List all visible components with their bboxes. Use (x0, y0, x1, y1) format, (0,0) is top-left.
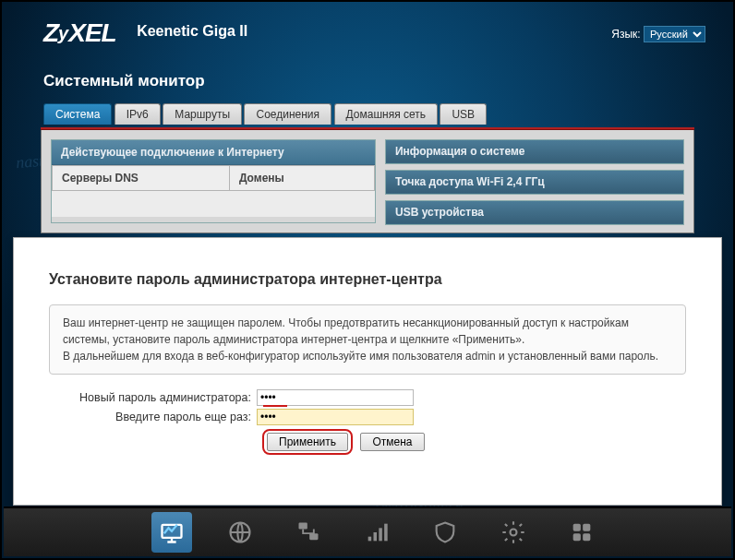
monitor-icon[interactable] (151, 512, 192, 553)
svg-rect-3 (309, 533, 318, 540)
page-title: Системный монитор (2, 55, 733, 103)
svg-rect-7 (384, 524, 388, 542)
language-select[interactable]: Русский (644, 26, 705, 42)
svg-rect-4 (368, 537, 372, 542)
dns-table: Серверы DNS Домены (52, 165, 375, 191)
panel-internet-connection: Действующее подключение к Интернету Серв… (51, 139, 376, 223)
apps-icon[interactable] (561, 512, 602, 553)
product-name: Keenetic Giga II (137, 23, 247, 39)
svg-rect-10 (583, 524, 590, 531)
repeat-password-input[interactable] (257, 409, 414, 425)
svg-point-8 (511, 530, 517, 536)
language-selector: Язык: Русский (611, 26, 705, 42)
svg-rect-9 (573, 524, 581, 531)
wifi-icon[interactable] (356, 512, 397, 553)
col-domains: Домены (229, 166, 374, 191)
modal-info: Ваш интернет-центр не защищен паролем. Ч… (49, 304, 686, 375)
new-password-input[interactable] (257, 389, 414, 406)
panel-wifi-24: Точка доступа Wi-Fi 2,4 ГГц (385, 170, 684, 195)
tab-ipv6[interactable]: IPv6 (114, 103, 161, 125)
label-repeat-password: Введите пароль еще раз: (49, 411, 257, 423)
tab-routes[interactable]: Маршруты (163, 103, 242, 125)
content-panels: Действующее подключение к Интернету Серв… (41, 130, 694, 233)
apply-button[interactable]: Применить (267, 433, 348, 451)
brand-logo: ZyXEL (43, 18, 116, 48)
tab-home-network[interactable]: Домашняя сеть (334, 103, 438, 125)
svg-rect-6 (379, 528, 382, 541)
label-new-password: Новый пароль администратора: (49, 391, 257, 404)
tab-connections[interactable]: Соединения (244, 103, 331, 125)
cancel-button[interactable]: Отмена (360, 433, 424, 451)
col-dns: Серверы DNS (53, 166, 230, 191)
highlight-underline-icon (263, 405, 287, 407)
panel-usb-devices: USB устройства (385, 200, 684, 225)
tab-bar: Система IPv6 Маршруты Соединения Домашня… (43, 103, 733, 127)
svg-rect-12 (583, 533, 590, 541)
gear-icon[interactable] (493, 512, 534, 553)
shield-icon[interactable] (425, 512, 465, 553)
svg-rect-11 (573, 533, 581, 541)
language-label: Язык: (611, 28, 640, 41)
svg-rect-5 (374, 532, 378, 541)
svg-rect-2 (299, 523, 307, 530)
modal-title: Установите пароль администратора интерне… (49, 271, 686, 288)
panel-system-info: Информация о системе (385, 139, 684, 164)
panel-head-internet: Действующее подключение к Интернету (52, 140, 375, 165)
password-modal: Установите пароль администратора интерне… (13, 237, 722, 506)
bottom-navbar (4, 506, 731, 556)
tab-usb[interactable]: USB (440, 103, 487, 125)
apply-highlight-icon: Применить (262, 429, 353, 455)
network-icon[interactable] (288, 512, 329, 553)
globe-icon[interactable] (220, 512, 260, 553)
tab-system[interactable]: Система (43, 103, 112, 125)
header: ZyXEL Keenetic Giga II Язык: Русский (2, 2, 733, 55)
